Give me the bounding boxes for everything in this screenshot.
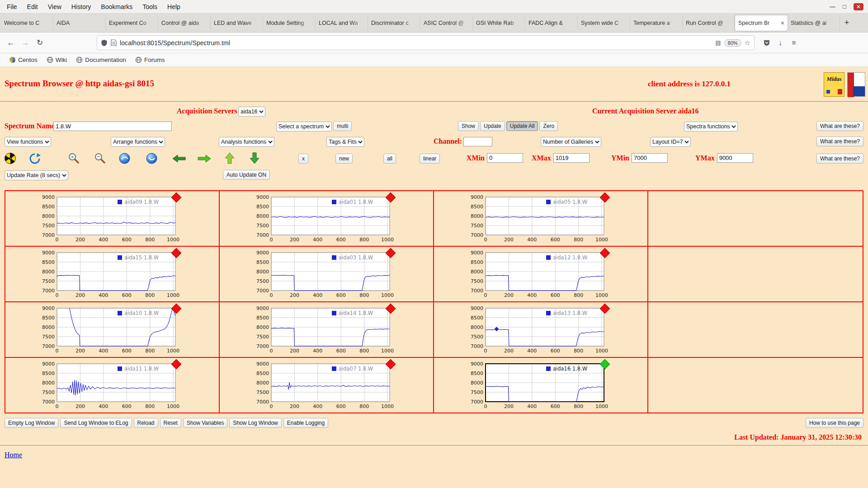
browser-tab[interactable]: ASIC Control @ [420, 15, 473, 31]
arrange-functions-dropdown[interactable]: Arrange functions [111, 137, 165, 147]
view-functions-dropdown[interactable]: View functions [5, 137, 51, 147]
home-link[interactable]: Home [5, 451, 22, 459]
reset-button[interactable]: Reset [160, 418, 181, 428]
menu-tools[interactable]: Tools [137, 0, 162, 13]
linear-button[interactable]: linear [420, 154, 440, 164]
back-button[interactable]: ← [4, 36, 18, 50]
spectrum-cell-aida12[interactable]: 7000750080008500900002004006008001000aid… [434, 247, 648, 301]
spectrum-plot[interactable]: 7000750080008500900002004006008001000aid… [434, 191, 648, 245]
url-text[interactable]: localhost:8015/Spectrum/Spectrum.tml [120, 39, 712, 47]
all-button[interactable]: all [383, 154, 396, 164]
what-are-these-button-2[interactable]: What are these? [816, 136, 863, 146]
bookmark-documentation[interactable]: Documentation [72, 56, 130, 64]
spectrum-plot[interactable]: 7000750080008500900002004006008001000aid… [5, 247, 220, 300]
ymax-input[interactable] [717, 153, 753, 163]
tags-fits-dropdown[interactable]: Tags & Fits [326, 137, 364, 147]
browser-tab[interactable]: Spectrum Br× [735, 15, 788, 31]
zoom-level-badge[interactable]: 80% [724, 39, 741, 47]
app-menu-icon[interactable]: ≡ [787, 36, 801, 50]
spectrum-cell-aida03[interactable]: 7000750080008500900002004006008001000aid… [220, 247, 434, 301]
multi-button[interactable]: multi [333, 121, 352, 131]
spectrum-cell-aida01[interactable]: 7000750080008500900002004006008001000aid… [220, 191, 434, 246]
arrow-up-icon[interactable] [224, 152, 235, 164]
spectrum-plot[interactable]: 7000750080008500900002004006008001000aid… [5, 191, 220, 245]
analysis-functions-dropdown[interactable]: Analysis functions [219, 137, 274, 147]
browser-tab[interactable]: System wide C [578, 15, 630, 31]
spectrum-plot[interactable]: 7000750080008500900002004006008001000aid… [434, 358, 648, 412]
minimize-button[interactable]: — [830, 4, 835, 9]
bookmark-centos[interactable]: Centos [5, 56, 41, 64]
shield-icon[interactable] [101, 39, 108, 47]
spectrum-cell-aida10[interactable]: 7000750080008500900002004006008001000aid… [5, 302, 220, 357]
browser-tab[interactable]: LED and Wave [211, 15, 263, 31]
spectrum-cell-aida16[interactable]: 7000750080008500900002004006008001000aid… [434, 358, 648, 413]
new-button[interactable]: new [335, 154, 353, 164]
ymin-input[interactable] [632, 153, 668, 163]
zoom-out-icon[interactable]: − [94, 152, 106, 164]
reload-button[interactable]: Reload [134, 418, 158, 428]
arrow-down-icon[interactable] [249, 152, 260, 164]
browser-tab[interactable]: Control @ aida [158, 15, 211, 31]
update-rate-dropdown[interactable]: Update Rate (8 secs) [5, 170, 68, 180]
browser-tab[interactable]: Experiment Co [106, 15, 158, 31]
show-button[interactable]: Show [458, 121, 479, 131]
channel-input[interactable] [463, 137, 492, 146]
browser-tab[interactable]: LOCAL and Wa [316, 15, 368, 31]
browser-tab[interactable]: GSI White Rab [473, 15, 525, 31]
midas-logo[interactable]: Midas [824, 72, 844, 97]
spectrum-plot[interactable]: 7000750080008500900002004006008001000aid… [220, 247, 434, 300]
update-button[interactable]: Update [480, 121, 505, 131]
spectrum-cell-aida15[interactable]: 7000750080008500900002004006008001000aid… [5, 247, 220, 301]
spectrum-plot[interactable]: 7000750080008500900002004006008001000aid… [5, 302, 220, 356]
show-log-window-button[interactable]: Show Log Window [229, 418, 281, 428]
spectrum-cell-aida14[interactable]: 7000750080008500900002004006008001000aid… [220, 302, 434, 357]
new-tab-button[interactable]: + [840, 16, 854, 30]
update-all-button[interactable]: Update All [506, 121, 538, 131]
downloads-icon[interactable]: ↓ [774, 36, 787, 50]
menu-file[interactable]: File [2, 0, 22, 13]
radiation-icon[interactable] [5, 153, 16, 164]
auto-update-button[interactable]: Auto Update ON [223, 170, 270, 180]
show-variables-button[interactable]: Show Variables [183, 418, 228, 428]
page-info-icon[interactable] [111, 39, 117, 46]
bookmark-forums[interactable]: Forums [132, 56, 169, 64]
blue-sphere-up-icon[interactable] [118, 152, 131, 164]
enable-logging-button[interactable]: Enable Logging [283, 418, 328, 428]
spectrum-plot[interactable]: 7000750080008500900002004006008001000aid… [434, 247, 648, 300]
blue-sphere-down-icon[interactable] [146, 152, 158, 164]
pocket-icon[interactable] [760, 36, 774, 50]
forward-button[interactable]: → [18, 36, 33, 50]
zero-button[interactable]: Zero [539, 121, 558, 131]
layout-id-dropdown[interactable]: Layout ID=7 [650, 137, 691, 147]
menu-view[interactable]: View [43, 0, 66, 13]
spectrum-cell-aida13[interactable]: 7000750080008500900002004006008001000aid… [434, 302, 648, 357]
maximize-button[interactable]: □ [843, 4, 846, 9]
spectrum-cell-aida11[interactable]: 7000750080008500900002004006008001000aid… [5, 358, 220, 413]
menu-help[interactable]: Help [162, 0, 185, 13]
browser-tab[interactable]: Welcome to C [1, 15, 53, 31]
spectra-functions-dropdown[interactable]: Spectra functions [684, 122, 738, 131]
number-of-galleries-dropdown[interactable]: Number of Galleries [541, 137, 601, 147]
browser-tab[interactable]: Discriminator c [368, 15, 420, 31]
spectrum-cell-aida07[interactable]: 7000750080008500900002004006008001000aid… [220, 358, 434, 413]
send-log-window-to-elog-button[interactable]: Send Log Window to ELog [60, 418, 132, 428]
spectrum-cell-aida05[interactable]: 7000750080008500900002004006008001000aid… [434, 191, 648, 246]
browser-tab[interactable]: Module Setting [263, 15, 316, 31]
menu-history[interactable]: History [66, 0, 96, 13]
acquisition-server-select[interactable]: aida16 [238, 107, 265, 117]
spectrum-plot[interactable]: 7000750080008500900002004006008001000aid… [220, 191, 434, 245]
arrow-left-icon[interactable] [172, 154, 186, 164]
reader-mode-icon[interactable]: ▤ [715, 39, 721, 46]
spectrum-plot[interactable]: 7000750080008500900002004006008001000aid… [220, 358, 434, 412]
spectrum-name-input[interactable] [53, 122, 172, 131]
arrow-right-icon[interactable] [197, 154, 212, 164]
spectrum-cell-aida09[interactable]: 7000750080008500900002004006008001000aid… [5, 191, 220, 246]
empty-log-window-button[interactable]: Empty Log Window [5, 418, 58, 428]
xmax-input[interactable] [553, 153, 590, 163]
bookmark-wiki[interactable]: Wiki [43, 56, 71, 64]
facility-logo[interactable] [847, 72, 865, 97]
close-button[interactable]: ✕ [854, 3, 863, 10]
select-spectrum-dropdown[interactable]: Select a spectrum [276, 122, 332, 131]
spectrum-plot[interactable]: 7000750080008500900002004006008001000aid… [434, 302, 648, 356]
tab-close-icon[interactable]: × [779, 19, 784, 27]
